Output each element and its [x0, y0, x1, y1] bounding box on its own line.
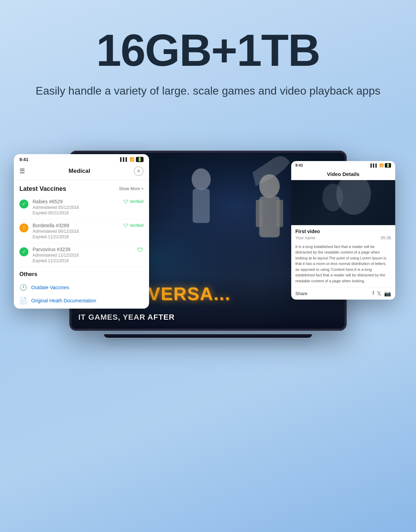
vaccines-section-title: Latest Vaccines — [19, 185, 66, 193]
subtitle: Easily handle a variety of large. scale … — [35, 83, 381, 99]
others-title: Others — [19, 271, 144, 277]
others-section: Others 🕐 Outdate Vaccines 📄 Original Hea… — [14, 267, 149, 309]
video-meta: Your name 05:36 — [295, 236, 391, 240]
video-app-header: Video Details — [291, 168, 395, 180]
bordetella-name: Bordetella #3289 — [33, 223, 119, 228]
medical-status-time: 9:41 — [19, 157, 28, 162]
svg-point-10 — [322, 184, 343, 211]
show-more-button[interactable]: Show More > — [119, 186, 144, 191]
video-status-time: 9:41 — [295, 163, 303, 167]
bordetella-shield-icon: 🛡 — [123, 223, 128, 228]
video-info: First video Your name 05:36 — [291, 225, 395, 244]
instagram-share-icon[interactable]: 📷 — [384, 290, 391, 297]
parvovirus-name: Parvovirus #3239 — [33, 247, 133, 252]
parvovirus-shield-icon: 🛡 — [137, 247, 144, 254]
rabies-name: Rabies #6529 — [33, 199, 119, 204]
video-status-icons: ▌▌▌ 📶 🔋 — [371, 163, 391, 168]
tablet-scene: 7 ANNIVERSA... IT GAMES, YEAR AFTER 9:41 — [0, 133, 416, 376]
add-button[interactable]: + — [134, 166, 144, 176]
medical-app-header: ☰ Medical + — [14, 163, 149, 180]
video-title: First video — [295, 229, 391, 234]
header-section: 16GB+1TB Easily handle a variety of larg… — [0, 0, 416, 113]
medical-app-title: Medical — [69, 168, 90, 175]
menu-icon[interactable]: ☰ — [19, 167, 25, 175]
parvovirus-check-icon: ✓ — [19, 247, 28, 256]
bordetella-expiry-date: Expried 11/21/2018 — [33, 234, 119, 239]
vaccines-section-header: Latest Vaccines Show More > — [14, 180, 149, 195]
rabies-admin-date: Administered 05/12/2018 — [33, 205, 119, 210]
video-thumbnail: ▶ — [291, 180, 395, 225]
tablet-stand — [104, 334, 312, 345]
rabies-info: Rabies #6529 Administered 05/12/2018 Exp… — [33, 199, 119, 215]
parvovirus-admin-date: Administered 11/12/2016 — [33, 253, 133, 258]
rabies-verified-badge: 🛡 Verified — [123, 199, 144, 204]
medical-status-icons: ▌▌▌ 📶 🔋 — [120, 157, 144, 162]
document-icon: 📄 — [19, 297, 27, 304]
video-header-title: Video Details — [327, 171, 359, 177]
health-doc-label: Original Heath Documentation — [31, 298, 96, 303]
bordetella-check-icon: ! — [19, 223, 28, 232]
medical-app-card: 9:41 ▌▌▌ 📶 🔋 ☰ Medical + Latest Vaccines… — [14, 154, 149, 309]
share-icons-group: f 𝕏 📷 — [373, 290, 391, 297]
vaccine-item-rabies: ✓ Rabies #6529 Administered 05/12/2018 E… — [14, 195, 149, 219]
bordetella-info: Bordetella #3289 Administered 06/12/2018… — [33, 223, 119, 239]
parvovirus-info: Parvovirus #3239 Administered 11/12/2016… — [33, 247, 133, 263]
outdate-vaccines-item[interactable]: 🕐 Outdate Vaccines — [19, 281, 144, 294]
facebook-share-icon[interactable]: f — [373, 290, 374, 297]
bordetella-admin-date: Administered 06/12/2018 — [33, 229, 119, 234]
parvovirus-expiry-date: Expried 11/21/2018 — [33, 258, 133, 263]
bordetella-verified-badge: 🛡 Verified — [123, 223, 144, 228]
vaccine-item-parvovirus: ✓ Parvovirus #3239 Administered 11/12/20… — [14, 243, 149, 267]
twitter-share-icon[interactable]: 𝕏 — [377, 290, 381, 297]
video-description: It is a long established fact that a rea… — [291, 244, 395, 287]
outdate-vaccines-label: Outdate Vaccines — [31, 285, 69, 290]
video-app-card: 9:41 ▌▌▌ 📶 🔋 Video Details ▶ First video — [291, 161, 395, 300]
video-share-bar: Share f 𝕏 📷 — [291, 287, 395, 300]
rabies-check-icon: ✓ — [19, 200, 28, 209]
vaccine-item-bordetella: ! Bordetella #3289 Administered 06/12/20… — [14, 219, 149, 243]
rabies-expiry-date: Expried 05/21/2018 — [33, 211, 119, 215]
medical-status-bar: 9:41 ▌▌▌ 📶 🔋 — [14, 154, 149, 163]
anniversary-sub: IT GAMES, YEAR AFTER — [78, 313, 338, 322]
clock-icon: 🕐 — [19, 284, 27, 291]
main-title: 16GB+1TB — [35, 28, 381, 73]
health-doc-item[interactable]: 📄 Original Heath Documentation — [19, 294, 144, 307]
video-duration: 05:36 — [381, 236, 391, 240]
video-status-bar: 9:41 ▌▌▌ 📶 🔋 — [291, 161, 395, 168]
verified-check-icon: 🛡 — [123, 199, 128, 204]
share-label: Share — [295, 291, 307, 296]
video-author: Your name — [295, 236, 315, 240]
